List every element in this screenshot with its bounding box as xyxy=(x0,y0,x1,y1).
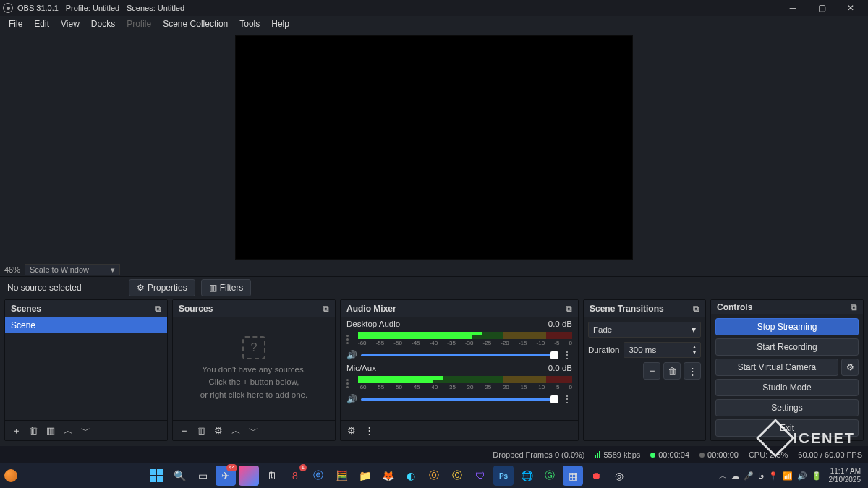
source-toolbar: No source selected ⚙Properties ▥Filters xyxy=(0,276,868,299)
taskbar-app-icon[interactable]: 🛡 xyxy=(470,466,490,486)
drag-handle-icon[interactable] xyxy=(346,330,354,348)
menu-profile[interactable]: Profile xyxy=(121,17,157,30)
taskbar-clock[interactable]: 11:17 AM2/10/2025 xyxy=(829,467,861,484)
remove-source-button[interactable]: 🗑 xyxy=(193,423,209,439)
exit-button[interactable]: Exit xyxy=(715,419,859,437)
gear-icon: ⚙ xyxy=(137,283,145,293)
virtual-camera-settings-button[interactable]: ⚙ xyxy=(841,359,859,376)
search-button[interactable]: 🔍 xyxy=(169,466,190,486)
audio-title: Audio Mixer xyxy=(346,304,396,314)
audio-advanced-button[interactable]: ⚙ xyxy=(344,423,359,439)
tray-chevron-icon[interactable]: ︿ xyxy=(719,471,727,481)
transition-properties-button[interactable]: ⋮ xyxy=(684,362,701,380)
remove-scene-button[interactable]: 🗑 xyxy=(25,423,41,439)
menu-view[interactable]: View xyxy=(55,17,85,30)
add-source-button[interactable]: ＋ xyxy=(176,423,192,439)
audio-options-icon[interactable]: ⋮ xyxy=(562,394,572,404)
menu-scene-collection[interactable]: Scene Collection xyxy=(157,17,234,30)
minimize-button[interactable]: ─ xyxy=(778,0,807,16)
svg-rect-1 xyxy=(157,469,163,475)
tray-volume-icon[interactable]: 🔊 xyxy=(797,471,807,481)
source-properties-button[interactable]: ⚙ xyxy=(210,423,226,439)
taskbar-app-icon[interactable]: ⓔ xyxy=(308,466,328,486)
tray-wifi-icon[interactable]: 📶 xyxy=(783,471,793,481)
audio-mixer-dock: Audio Mixer⧉ Desktop Audio0.0 dB -60-55-… xyxy=(340,299,579,441)
stop-streaming-button[interactable]: Stop Streaming xyxy=(715,318,859,335)
start-virtual-camera-button[interactable]: Start Virtual Camera xyxy=(715,359,838,376)
properties-button[interactable]: ⚙Properties xyxy=(129,279,195,296)
move-source-down-button[interactable]: ﹀ xyxy=(245,423,261,439)
audio-meter xyxy=(358,376,572,383)
popout-icon[interactable]: ⧉ xyxy=(155,304,161,314)
speaker-icon[interactable]: 🔊 xyxy=(346,394,357,404)
start-button[interactable] xyxy=(146,466,166,486)
tray-lang[interactable]: فا xyxy=(758,471,764,481)
taskbar-app-icon[interactable]: Ⓞ xyxy=(424,466,444,486)
taskbar-app-icon[interactable]: 🦊 xyxy=(378,466,398,486)
stepper-icon[interactable]: ▴▾ xyxy=(693,344,696,356)
audio-channel-db: 0.0 dB xyxy=(548,364,572,372)
menu-edit[interactable]: Edit xyxy=(28,17,55,30)
scene-filter-button[interactable]: ▥ xyxy=(43,423,59,439)
taskbar-app-icon[interactable]: Ⓖ xyxy=(540,466,560,486)
volume-slider[interactable] xyxy=(361,398,558,401)
scenes-list[interactable]: Scene xyxy=(5,317,167,420)
taskbar-app-icon[interactable]: Ps xyxy=(493,466,514,486)
taskbar-app-icon[interactable]: 🌐 xyxy=(516,466,537,486)
fps: 60.00 / 60.00 FPS xyxy=(798,450,862,459)
taskbar-weather[interactable] xyxy=(4,469,17,482)
bitrate: 5589 kbps xyxy=(595,450,640,459)
popout-icon[interactable]: ⧉ xyxy=(693,304,699,314)
scene-item[interactable]: Scene xyxy=(5,317,167,333)
tray-location-icon[interactable]: 📍 xyxy=(768,471,778,481)
menu-file[interactable]: File xyxy=(3,17,28,30)
move-source-up-button[interactable]: ︿ xyxy=(228,423,244,439)
sources-list[interactable]: ? You don't have any sources. Click the … xyxy=(173,317,335,420)
remove-transition-button[interactable]: 🗑 xyxy=(663,362,681,380)
window-titlebar: OBS 31.0.1 - Profile: Untitled - Scenes:… xyxy=(0,0,868,16)
taskbar-app-icon[interactable]: 🧮 xyxy=(331,466,352,486)
add-scene-button[interactable]: ＋ xyxy=(8,423,24,439)
windows-taskbar: 🔍 ▭ ✈44 🗓 81 ⓔ 🧮 📁 🦊 ◐ Ⓞ Ⓒ 🛡 Ps 🌐 Ⓖ ▦ ⏺ … xyxy=(0,463,868,488)
zoom-bar: 46% Scale to Window▾ xyxy=(0,263,868,276)
add-transition-button[interactable]: ＋ xyxy=(643,362,660,380)
start-recording-button[interactable]: Start Recording xyxy=(715,338,859,356)
duration-input[interactable]: 300 ms▴▾ xyxy=(624,342,701,358)
zoom-mode-select[interactable]: Scale to Window▾ xyxy=(25,264,120,275)
move-scene-down-button[interactable]: ﹀ xyxy=(77,423,93,439)
taskbar-app-icon[interactable]: 🗓 xyxy=(262,466,282,486)
popout-icon[interactable]: ⧉ xyxy=(566,304,572,314)
taskbar-obs-icon[interactable]: ◎ xyxy=(609,466,629,486)
taskbar-app-icon[interactable] xyxy=(239,466,259,486)
taskbar-app-icon[interactable]: 81 xyxy=(285,466,305,486)
menu-tools[interactable]: Tools xyxy=(234,17,265,30)
drag-handle-icon[interactable] xyxy=(346,374,354,393)
taskbar-app-icon[interactable]: ⏺ xyxy=(586,466,606,486)
transition-type-select[interactable]: Fade▾ xyxy=(588,322,701,338)
taskbar-app-icon[interactable]: ✈44 xyxy=(216,466,236,486)
task-view-button[interactable]: ▭ xyxy=(192,466,213,486)
volume-slider[interactable] xyxy=(361,354,558,356)
audio-options-icon[interactable]: ⋮ xyxy=(562,350,572,360)
taskbar-app-icon[interactable]: Ⓒ xyxy=(447,466,467,486)
move-scene-up-button[interactable]: ︿ xyxy=(60,423,76,439)
settings-button[interactable]: Settings xyxy=(715,399,859,416)
menu-docks[interactable]: Docks xyxy=(85,17,121,30)
popout-icon[interactable]: ⧉ xyxy=(851,302,857,312)
popout-icon[interactable]: ⧉ xyxy=(323,304,329,314)
preview-canvas[interactable] xyxy=(235,35,633,260)
audio-menu-button[interactable]: ⋮ xyxy=(361,423,377,439)
tray-mic-icon[interactable]: 🎤 xyxy=(744,471,754,481)
tray-cloud-icon[interactable]: ☁ xyxy=(731,471,739,481)
taskbar-app-icon[interactable]: ▦ xyxy=(563,466,583,486)
close-button[interactable]: ✕ xyxy=(836,0,865,16)
maximize-button[interactable]: ▢ xyxy=(807,0,836,16)
system-tray[interactable]: ︿ ☁ 🎤 فا 📍 📶 🔊 🔋 11:17 AM2/10/2025 xyxy=(719,467,864,484)
filters-button[interactable]: ▥Filters xyxy=(201,279,252,296)
taskbar-app-icon[interactable]: ◐ xyxy=(401,466,421,486)
studio-mode-button[interactable]: Studio Mode xyxy=(715,379,859,396)
taskbar-app-icon[interactable]: 📁 xyxy=(354,466,375,486)
tray-battery-icon[interactable]: 🔋 xyxy=(812,471,822,481)
speaker-icon[interactable]: 🔊 xyxy=(346,350,357,360)
menu-help[interactable]: Help xyxy=(265,17,295,30)
